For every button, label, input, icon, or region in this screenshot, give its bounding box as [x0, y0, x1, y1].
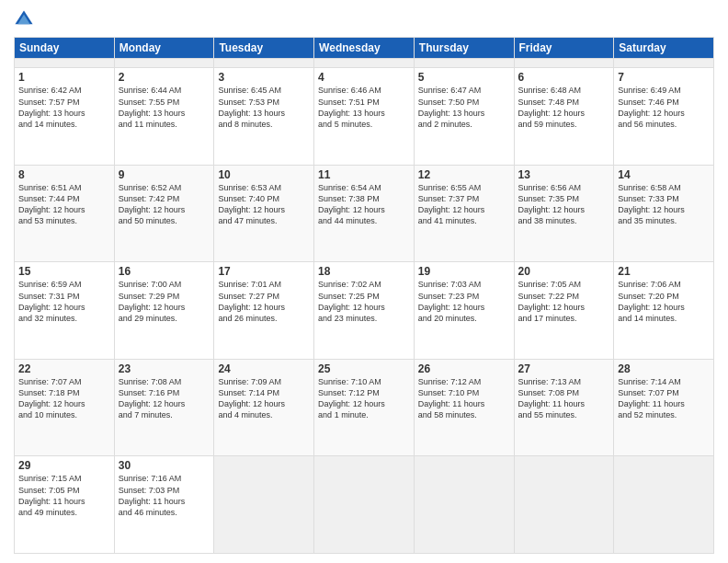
- day-info: Sunrise: 6:46 AM Sunset: 7:51 PM Dayligh…: [318, 85, 410, 130]
- calendar-cell: 21Sunrise: 7:06 AM Sunset: 7:20 PM Dayli…: [614, 262, 714, 360]
- day-info: Sunrise: 6:52 AM Sunset: 7:42 PM Dayligh…: [119, 182, 210, 227]
- calendar-cell: 5Sunrise: 6:47 AM Sunset: 7:50 PM Daylig…: [414, 68, 514, 166]
- day-number: 19: [418, 265, 510, 278]
- calendar-week-3: 15Sunrise: 6:59 AM Sunset: 7:31 PM Dayli…: [15, 262, 714, 360]
- day-info: Sunrise: 7:02 AM Sunset: 7:25 PM Dayligh…: [318, 279, 410, 324]
- day-number: 21: [618, 265, 710, 278]
- calendar-cell: 6Sunrise: 6:48 AM Sunset: 7:48 PM Daylig…: [514, 68, 614, 166]
- column-header-tuesday: Tuesday: [214, 38, 314, 59]
- day-number: 6: [518, 71, 610, 84]
- day-number: 7: [618, 71, 710, 84]
- day-info: Sunrise: 7:14 AM Sunset: 7:07 PM Dayligh…: [618, 376, 710, 421]
- day-info: Sunrise: 7:01 AM Sunset: 7:27 PM Dayligh…: [218, 279, 310, 324]
- day-number: 18: [318, 265, 410, 278]
- day-info: Sunrise: 7:10 AM Sunset: 7:12 PM Dayligh…: [318, 376, 410, 421]
- calendar-cell: 12Sunrise: 6:55 AM Sunset: 7:37 PM Dayli…: [414, 165, 514, 262]
- calendar-cell: 17Sunrise: 7:01 AM Sunset: 7:27 PM Dayli…: [214, 262, 314, 360]
- day-info: Sunrise: 6:45 AM Sunset: 7:53 PM Dayligh…: [218, 85, 310, 130]
- day-number: 8: [18, 168, 110, 181]
- day-info: Sunrise: 7:15 AM Sunset: 7:05 PM Dayligh…: [18, 473, 110, 518]
- day-number: 27: [518, 362, 610, 375]
- calendar-cell: 11Sunrise: 6:54 AM Sunset: 7:38 PM Dayli…: [314, 165, 415, 262]
- day-info: Sunrise: 6:54 AM Sunset: 7:38 PM Dayligh…: [318, 182, 410, 227]
- calendar-cell: [214, 59, 314, 68]
- calendar-cell: 20Sunrise: 7:05 AM Sunset: 7:22 PM Dayli…: [514, 262, 614, 360]
- day-number: 30: [119, 459, 210, 472]
- header: [14, 9, 714, 29]
- day-info: Sunrise: 6:56 AM Sunset: 7:35 PM Dayligh…: [518, 182, 610, 227]
- calendar-week-0: [15, 59, 714, 68]
- calendar-cell: 15Sunrise: 6:59 AM Sunset: 7:31 PM Dayli…: [15, 262, 115, 360]
- calendar-cell: 7Sunrise: 6:49 AM Sunset: 7:46 PM Daylig…: [614, 68, 714, 166]
- calendar-cell: [314, 59, 415, 68]
- calendar-cell: 28Sunrise: 7:14 AM Sunset: 7:07 PM Dayli…: [614, 359, 714, 456]
- calendar-cell: 8Sunrise: 6:51 AM Sunset: 7:44 PM Daylig…: [15, 165, 115, 262]
- calendar-cell: 14Sunrise: 6:58 AM Sunset: 7:33 PM Dayli…: [614, 165, 714, 262]
- calendar-cell: [514, 456, 614, 554]
- day-info: Sunrise: 6:51 AM Sunset: 7:44 PM Dayligh…: [18, 182, 110, 227]
- column-header-monday: Monday: [114, 38, 214, 59]
- day-number: 10: [218, 168, 310, 181]
- day-number: 1: [18, 71, 110, 84]
- calendar-cell: 22Sunrise: 7:07 AM Sunset: 7:18 PM Dayli…: [15, 359, 115, 456]
- calendar-week-2: 8Sunrise: 6:51 AM Sunset: 7:44 PM Daylig…: [15, 165, 714, 262]
- day-number: 3: [218, 71, 310, 84]
- column-header-friday: Friday: [514, 38, 614, 59]
- logo: [14, 9, 36, 29]
- calendar-cell: [614, 59, 714, 68]
- day-number: 28: [618, 362, 710, 375]
- calendar-cell: 9Sunrise: 6:52 AM Sunset: 7:42 PM Daylig…: [114, 165, 214, 262]
- day-info: Sunrise: 6:58 AM Sunset: 7:33 PM Dayligh…: [618, 182, 710, 227]
- day-number: 26: [418, 362, 510, 375]
- column-header-sunday: Sunday: [15, 38, 115, 59]
- column-header-thursday: Thursday: [414, 38, 514, 59]
- calendar-cell: 27Sunrise: 7:13 AM Sunset: 7:08 PM Dayli…: [514, 359, 614, 456]
- calendar-cell: 30Sunrise: 7:16 AM Sunset: 7:03 PM Dayli…: [114, 456, 214, 554]
- calendar-week-1: 1Sunrise: 6:42 AM Sunset: 7:57 PM Daylig…: [15, 68, 714, 166]
- day-info: Sunrise: 6:55 AM Sunset: 7:37 PM Dayligh…: [418, 182, 510, 227]
- day-number: 25: [318, 362, 410, 375]
- calendar-cell: 18Sunrise: 7:02 AM Sunset: 7:25 PM Dayli…: [314, 262, 415, 360]
- day-number: 13: [518, 168, 610, 181]
- day-number: 9: [119, 168, 210, 181]
- calendar-cell: [15, 59, 115, 68]
- page: SundayMondayTuesdayWednesdayThursdayFrid…: [0, 0, 728, 563]
- day-number: 15: [18, 265, 110, 278]
- column-header-saturday: Saturday: [614, 38, 714, 59]
- day-info: Sunrise: 7:06 AM Sunset: 7:20 PM Dayligh…: [618, 279, 710, 324]
- day-info: Sunrise: 6:49 AM Sunset: 7:46 PM Dayligh…: [618, 85, 710, 130]
- calendar-cell: 16Sunrise: 7:00 AM Sunset: 7:29 PM Dayli…: [114, 262, 214, 360]
- calendar-cell: [614, 456, 714, 554]
- column-header-wednesday: Wednesday: [314, 38, 415, 59]
- day-info: Sunrise: 7:12 AM Sunset: 7:10 PM Dayligh…: [418, 376, 510, 421]
- calendar-cell: 1Sunrise: 6:42 AM Sunset: 7:57 PM Daylig…: [15, 68, 115, 166]
- day-number: 17: [218, 265, 310, 278]
- calendar-cell: 3Sunrise: 6:45 AM Sunset: 7:53 PM Daylig…: [214, 68, 314, 166]
- day-info: Sunrise: 6:42 AM Sunset: 7:57 PM Dayligh…: [18, 85, 110, 130]
- day-number: 29: [18, 459, 110, 472]
- day-info: Sunrise: 7:03 AM Sunset: 7:23 PM Dayligh…: [418, 279, 510, 324]
- day-number: 20: [518, 265, 610, 278]
- calendar-cell: [414, 59, 514, 68]
- calendar-cell: 24Sunrise: 7:09 AM Sunset: 7:14 PM Dayli…: [214, 359, 314, 456]
- day-info: Sunrise: 7:08 AM Sunset: 7:16 PM Dayligh…: [119, 376, 210, 421]
- day-number: 5: [418, 71, 510, 84]
- day-number: 12: [418, 168, 510, 181]
- day-info: Sunrise: 6:47 AM Sunset: 7:50 PM Dayligh…: [418, 85, 510, 130]
- day-number: 2: [119, 71, 210, 84]
- day-info: Sunrise: 7:00 AM Sunset: 7:29 PM Dayligh…: [119, 279, 210, 324]
- day-number: 16: [119, 265, 210, 278]
- calendar-cell: 23Sunrise: 7:08 AM Sunset: 7:16 PM Dayli…: [114, 359, 214, 456]
- day-info: Sunrise: 7:16 AM Sunset: 7:03 PM Dayligh…: [119, 473, 210, 518]
- calendar-header-row: SundayMondayTuesdayWednesdayThursdayFrid…: [15, 38, 714, 59]
- day-number: 4: [318, 71, 410, 84]
- day-info: Sunrise: 6:53 AM Sunset: 7:40 PM Dayligh…: [218, 182, 310, 227]
- calendar-cell: 26Sunrise: 7:12 AM Sunset: 7:10 PM Dayli…: [414, 359, 514, 456]
- calendar-cell: [114, 59, 214, 68]
- calendar-cell: 19Sunrise: 7:03 AM Sunset: 7:23 PM Dayli…: [414, 262, 514, 360]
- calendar-cell: 2Sunrise: 6:44 AM Sunset: 7:55 PM Daylig…: [114, 68, 214, 166]
- calendar-cell: 29Sunrise: 7:15 AM Sunset: 7:05 PM Dayli…: [15, 456, 115, 554]
- calendar-cell: 13Sunrise: 6:56 AM Sunset: 7:35 PM Dayli…: [514, 165, 614, 262]
- day-number: 22: [18, 362, 110, 375]
- day-info: Sunrise: 6:59 AM Sunset: 7:31 PM Dayligh…: [18, 279, 110, 324]
